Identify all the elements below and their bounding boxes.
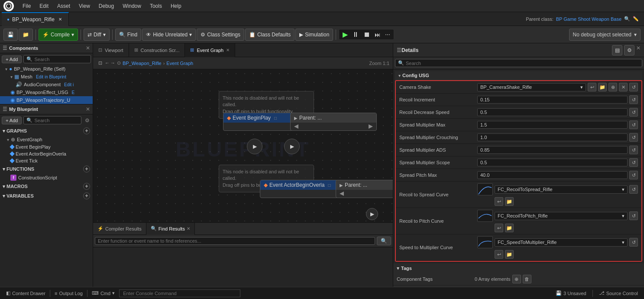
my-blueprint-add-btn[interactable]: + Add <box>2 117 22 124</box>
spread-crouching-input[interactable] <box>477 133 628 141</box>
find-search-btn[interactable]: 🔍 <box>377 237 391 245</box>
tab-construction[interactable]: ⊞ Construction Scr... <box>129 43 185 57</box>
menu-file[interactable]: File <box>19 2 34 10</box>
spread-crouching-reset-btn[interactable]: ↺ <box>629 133 638 142</box>
cmd-btn[interactable]: ⌨ Cmd ▾ <box>89 290 117 296</box>
content-drawer-btn[interactable]: ◧ Content Drawer <box>3 290 48 296</box>
parent-node-1[interactable]: ▶ Parent: ... <box>290 113 377 131</box>
tags-add-btn[interactable]: ⊕ <box>512 275 521 283</box>
menu-window[interactable]: Window <box>119 2 145 10</box>
pitch-curve-browse-btn[interactable]: 📁 <box>505 224 514 232</box>
variables-section-header[interactable]: ▾ VARIABLES + <box>0 191 93 201</box>
save-btn[interactable]: 💾 <box>3 29 18 41</box>
pass-through-btn-2[interactable]: ▶ <box>284 139 300 154</box>
components-add-btn[interactable]: + Add <box>2 55 22 63</box>
play-more-btn[interactable]: ⋯ <box>383 32 392 38</box>
console-input[interactable] <box>119 289 240 297</box>
event-actor-overlap-item[interactable]: Event ActorBeginOverla <box>0 150 93 157</box>
mesh-edit-link[interactable]: Edit in Blueprint <box>36 75 66 79</box>
tab-compiler-results[interactable]: ⚡ Compiler Results <box>93 223 146 235</box>
spread-pitch-input[interactable] <box>477 171 628 179</box>
camera-shake-add-btn[interactable]: ⊕ <box>608 83 617 91</box>
component-effect[interactable]: ◉ BP_WeaponEffect_USG E <box>0 88 93 96</box>
details-settings-btn[interactable]: ⚙ <box>624 45 634 55</box>
components-search-input[interactable] <box>34 57 88 62</box>
camera-shake-browse-btn[interactable]: 📁 <box>598 83 607 91</box>
spread-mult-max-reset-btn[interactable]: ↺ <box>629 120 638 129</box>
diff-more-icon[interactable]: ▾ <box>103 32 106 38</box>
my-blueprint-close-btn[interactable]: ✕ <box>86 106 90 112</box>
parent-class-link[interactable]: BP Game Shoot Weapon Base <box>556 16 621 22</box>
menu-tools[interactable]: Tools <box>146 2 165 10</box>
camera-shake-reset-btn[interactable]: ↺ <box>629 83 638 91</box>
menu-asset[interactable]: Asset <box>54 2 74 10</box>
tab-viewport[interactable]: ⊡ Viewport <box>93 43 129 57</box>
exec-in-pin[interactable] <box>340 192 344 196</box>
macros-section-header[interactable]: ▾ MACROS + <box>0 182 93 191</box>
nav-forward-arrow-btn[interactable]: → <box>110 60 115 66</box>
component-mesh[interactable]: ▾ ▦ Mesh Edit in Blueprint <box>0 73 93 81</box>
recoil-increment-reset-btn[interactable]: ↺ <box>629 95 638 104</box>
event-tick-item[interactable]: Event Tick <box>0 157 93 164</box>
effect-edit-link[interactable]: E <box>71 90 74 95</box>
variables-add-btn[interactable]: + <box>83 192 90 199</box>
recoil-pitch-curve-dropdown[interactable]: FC_RecoilToPitch_Rifle ▾ <box>495 212 628 220</box>
recoil-spread-curve-reset-btn[interactable]: ↺ <box>629 185 638 194</box>
stop-btn[interactable]: ⏹ <box>362 31 372 39</box>
output-log-btn[interactable]: ≡ Output Log <box>52 291 85 296</box>
unsaved-indicator[interactable]: 💾 3 Unsaved <box>553 290 589 296</box>
menu-debug[interactable]: Debug <box>95 2 117 10</box>
edit-icon[interactable]: ✏️ <box>633 16 639 22</box>
camera-shake-clear-btn[interactable]: ✕ <box>619 83 628 91</box>
spread-pitch-reset-btn[interactable]: ↺ <box>629 171 638 179</box>
hide-more-icon[interactable]: ▾ <box>189 32 192 38</box>
component-trajectory[interactable]: ◉ BP_WeaponTrajectory_U <box>0 96 93 104</box>
compile-more-icon[interactable]: ▾ <box>71 32 74 38</box>
pass-through-btn-3[interactable]: ▶ <box>366 208 378 220</box>
find-references-input[interactable] <box>95 237 375 245</box>
component-self[interactable]: ▾ ● BP_Weapon_Rifle (Self) <box>0 65 93 73</box>
nav-back-arrow-btn[interactable]: ← <box>105 60 110 66</box>
event-actor-overlap-node[interactable]: ◆ Event ActorBeginOverla □ <box>260 180 346 198</box>
camera-shake-dropdown[interactable]: BP_CameraShake_Rifle ▾ <box>477 83 586 91</box>
tags-delete-btn[interactable]: 🗑 <box>523 275 531 283</box>
recoil-decrease-input[interactable] <box>477 108 628 116</box>
details-grid-btn[interactable]: ▤ <box>612 45 622 55</box>
source-control-btn[interactable]: ⎇ Source Control <box>596 290 641 296</box>
play-btn[interactable]: ▶ <box>341 30 350 39</box>
class-defaults-btn[interactable]: 📋 Class Defaults <box>245 29 294 41</box>
pass-through-btn-1[interactable]: ▶ <box>247 139 262 154</box>
functions-add-btn[interactable]: + <box>83 166 90 172</box>
menu-view[interactable]: View <box>75 2 94 10</box>
nav-back-btn[interactable]: ⊡ <box>97 60 104 66</box>
config-usg-header[interactable]: ▾ Config USG <box>395 71 642 80</box>
speed-curve-browse-btn[interactable]: 📁 <box>505 250 514 259</box>
breadcrumb-graph-item[interactable]: Event Graph <box>166 61 193 66</box>
tab-close-btn[interactable]: ✕ <box>57 16 63 23</box>
curve-browse-btn[interactable]: 📁 <box>505 197 514 206</box>
recoil-spread-curve-dropdown[interactable]: FC_RecoilToSpread_Rifle ▾ <box>495 185 628 194</box>
camera-shake-nav-btn[interactable]: ↩ <box>588 83 596 91</box>
my-blueprint-search-input[interactable] <box>34 118 78 123</box>
speed-curve-nav-btn[interactable]: ↩ <box>495 250 503 259</box>
recoil-decrease-reset-btn[interactable]: ↺ <box>629 108 638 117</box>
recoil-increment-input[interactable] <box>477 96 628 104</box>
pitch-curve-nav-btn[interactable]: ↩ <box>495 224 503 232</box>
macros-add-btn[interactable]: + <box>83 183 90 190</box>
hide-unrelated-btn[interactable]: 👁 Hide Unrelated ▾ <box>142 29 196 41</box>
pause-btn[interactable]: ⏸ <box>350 31 361 39</box>
compile-btn[interactable]: ⚡ Compile ▾ <box>39 29 78 41</box>
spread-ads-reset-btn[interactable]: ↺ <box>629 146 638 154</box>
exec-out-pin[interactable] <box>369 124 373 129</box>
browse-btn[interactable]: 📁 <box>19 29 33 41</box>
speed-mult-curve-reset-btn[interactable]: ↺ <box>629 238 638 247</box>
spread-scope-reset-btn[interactable]: ↺ <box>629 158 638 167</box>
search-icon[interactable]: 🔍 <box>624 16 630 22</box>
parent-node-2[interactable]: ▶ Parent: ... <box>336 180 393 198</box>
graphs-add-btn[interactable]: + <box>83 127 90 134</box>
components-close-btn[interactable]: ✕ <box>86 45 90 51</box>
find-btn[interactable]: 🔍 Find <box>115 29 141 41</box>
exec-in-pin[interactable] <box>294 124 298 129</box>
debug-object-select[interactable]: No debug object selected ▾ <box>569 29 641 41</box>
recoil-pitch-curve-reset-btn[interactable]: ↺ <box>629 211 638 220</box>
